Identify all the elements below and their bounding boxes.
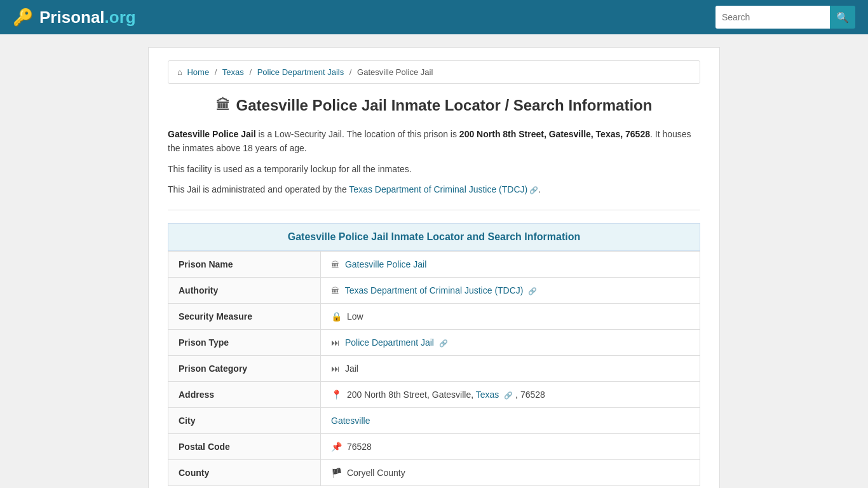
prison-category-value: Jail	[345, 363, 358, 374]
search-button[interactable]: 🔍	[830, 6, 855, 29]
label-prison-type: Prison Type	[168, 329, 321, 355]
prison-title-icon: 🏛	[216, 97, 230, 114]
prison-type-link[interactable]: Police Department Jail	[345, 337, 434, 348]
address-zip: , 76528	[515, 390, 545, 400]
desc-line3: This Jail is administrated and operated …	[168, 182, 700, 196]
table-row: Prison Category ⏭ Jail	[168, 355, 700, 381]
table-row: Address 📍 200 North 8th Street, Gatesvil…	[168, 381, 700, 407]
facility-name-bold: Gatesville Police Jail	[168, 129, 256, 139]
lock-icon: 🔒	[331, 311, 342, 322]
value-postal: 📌 76528	[321, 433, 700, 459]
logo-tld: .org	[105, 8, 136, 27]
logo-icon: 🔑	[13, 8, 33, 27]
value-prison-type: ⏭ Police Department Jail 🔗	[321, 329, 700, 355]
table-row: Security Measure 🔒 Low	[168, 303, 700, 329]
authority-ext-icon: 🔗	[528, 287, 537, 295]
prison-name-icon: 🏛	[331, 260, 339, 269]
site-header: 🔑 Prisonal.org 🔍	[0, 0, 868, 34]
county-value: Coryell County	[347, 468, 405, 478]
prison-type-icon: ⏭	[331, 337, 340, 348]
info-table: Prison Name 🏛 Gatesville Police Jail Aut…	[168, 251, 700, 486]
value-prison-category: ⏭ Jail	[321, 355, 700, 381]
tdcj-link-desc[interactable]: Texas Department of Criminal Justice (TD…	[349, 184, 527, 194]
label-county: County	[168, 459, 321, 485]
value-authority: 🏛 Texas Department of Criminal Justice (…	[321, 277, 700, 303]
table-row: Prison Name 🏛 Gatesville Police Jail	[168, 251, 700, 277]
main-content: ⌂ Home / Texas / Police Department Jails…	[148, 47, 720, 488]
section-header: Gatesville Police Jail Inmate Locator an…	[168, 223, 700, 251]
breadcrumb: ⌂ Home / Texas / Police Department Jails…	[168, 60, 700, 84]
value-security: 🔒 Low	[321, 303, 700, 329]
value-address: 📍 200 North 8th Street, Gatesville, Texa…	[321, 381, 700, 407]
address-pin-icon: 📍	[331, 390, 342, 400]
logo-name[interactable]: Prisonal	[39, 8, 105, 27]
label-city: City	[168, 407, 321, 433]
label-address: Address	[168, 381, 321, 407]
table-row: City Gatesville	[168, 407, 700, 433]
desc-line1: Gatesville Police Jail is a Low-Security…	[168, 127, 700, 156]
section-divider	[168, 210, 700, 210]
prison-category-icon: ⏭	[331, 363, 340, 374]
search-input[interactable]	[715, 6, 830, 29]
county-icon: 🏴	[331, 468, 342, 478]
table-row: Postal Code 📌 76528	[168, 433, 700, 459]
desc-line2: This facility is used as a temporarily l…	[168, 162, 700, 176]
table-row: Prison Type ⏭ Police Department Jail 🔗	[168, 329, 700, 355]
page-title: 🏛 Gatesville Police Jail Inmate Locator …	[168, 97, 700, 114]
authority-link[interactable]: Texas Department of Criminal Justice (TD…	[345, 285, 524, 295]
table-row: Authority 🏛 Texas Department of Criminal…	[168, 277, 700, 303]
breadcrumb-home[interactable]: Home	[187, 67, 209, 77]
value-prison-name: 🏛 Gatesville Police Jail	[321, 251, 700, 277]
address-state-link[interactable]: Texas	[476, 390, 499, 400]
value-county: 🏴 Coryell County	[321, 459, 700, 485]
breadcrumb-state[interactable]: Texas	[222, 67, 244, 77]
address-bold: 200 North 8th Street, Gatesville, Texas,…	[459, 129, 650, 139]
label-authority: Authority	[168, 277, 321, 303]
prison-name-link[interactable]: Gatesville Police Jail	[345, 259, 426, 269]
label-prison-name: Prison Name	[168, 251, 321, 277]
authority-icon: 🏛	[331, 286, 339, 295]
ext-icon-desc: 🔗	[529, 186, 538, 194]
logo-area: 🔑 Prisonal.org	[13, 8, 136, 27]
breadcrumb-current: Gatesville Police Jail	[357, 67, 433, 77]
city-link[interactable]: Gatesville	[331, 416, 370, 426]
logo-text: Prisonal.org	[39, 8, 136, 27]
breadcrumb-category[interactable]: Police Department Jails	[257, 67, 344, 77]
prison-type-chain-icon: 🔗	[439, 339, 448, 347]
value-city: Gatesville	[321, 407, 700, 433]
label-security: Security Measure	[168, 303, 321, 329]
table-row: County 🏴 Coryell County	[168, 459, 700, 485]
postal-value: 76528	[347, 442, 372, 452]
postal-icon: 📌	[331, 442, 342, 452]
label-prison-category: Prison Category	[168, 355, 321, 381]
address-street: 200 North 8th Street, Gatesville,	[347, 390, 476, 400]
address-state-ext: 🔗	[504, 391, 513, 399]
security-value: Low	[347, 311, 363, 322]
search-area: 🔍	[715, 6, 855, 29]
label-postal: Postal Code	[168, 433, 321, 459]
home-icon: ⌂	[177, 67, 182, 77]
description-block: Gatesville Police Jail is a Low-Security…	[168, 127, 700, 197]
search-icon: 🔍	[836, 11, 849, 24]
